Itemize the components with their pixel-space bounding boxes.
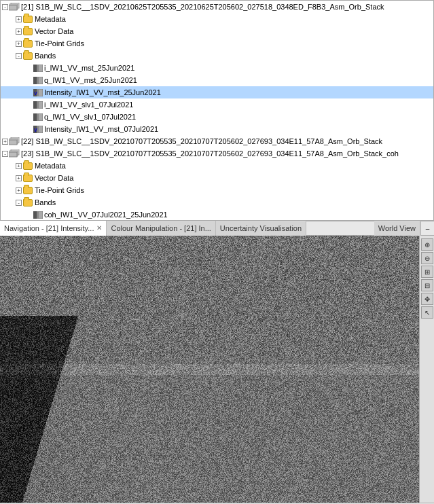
svg-rect-2 bbox=[9, 5, 17, 10]
svg-rect-8 bbox=[37, 77, 39, 84]
tree-item-item-tiepoint-3[interactable]: +Tie-Point Grids bbox=[1, 184, 433, 196]
image-canvas[interactable] bbox=[0, 236, 419, 503]
tree-label-item-bands-3: Bands bbox=[35, 198, 56, 206]
expand-toggle-item-metadata-3[interactable]: + bbox=[16, 163, 22, 169]
tab-label-tab-worldview: World View bbox=[378, 224, 416, 232]
right-toolbar: ⊕ ⊖ ⊞ ⊟ ✥ ↖ bbox=[419, 236, 434, 503]
tab-label-tab-uncertainty: Uncertainty Visualisation bbox=[220, 224, 302, 232]
tree-item-item-i-7jul[interactable]: i_IW1_VV_slv1_07Jul2021 bbox=[1, 98, 433, 111]
tabs-bar: Navigation - [21] Intensity...✕Colour Ma… bbox=[0, 221, 434, 236]
expand-toggle-item-vectordata-3[interactable]: + bbox=[16, 175, 22, 181]
zoom-level-button[interactable]: ⊟ bbox=[421, 279, 433, 291]
minimize-button[interactable]: – bbox=[420, 221, 434, 236]
tree-item-item-intensity-25jun[interactable]: V Intensity_IW1_VV_mst_25Jun2021 bbox=[1, 86, 433, 98]
svg-rect-5 bbox=[37, 65, 39, 72]
tree-item-item-vectordata-3[interactable]: +Vector Data bbox=[1, 172, 433, 184]
tab-label-tab-colour: Colour Manipulation - [21] In... bbox=[111, 224, 211, 232]
zoom-level-icon: ⊟ bbox=[424, 282, 430, 289]
tree-label-item-q-7jul: q_IW1_VV_slv1_07Jul2021 bbox=[44, 113, 136, 121]
folder-icon bbox=[23, 199, 33, 206]
tree-label-item-intensity-25jun: Intensity_IW1_VV_mst_25Jun2021 bbox=[44, 88, 161, 96]
expand-toggle-item-bands-1[interactable]: - bbox=[16, 53, 22, 59]
zoom-fit-button[interactable]: ⊞ bbox=[421, 266, 433, 278]
zoom-in-icon: ⊕ bbox=[424, 241, 430, 249]
select-icon: ↖ bbox=[424, 309, 430, 317]
tab-tab-uncertainty[interactable]: Uncertainty Visualisation bbox=[216, 221, 306, 236]
tab-tab-nav[interactable]: Navigation - [21] Intensity...✕ bbox=[0, 221, 107, 236]
tree-item-item-21[interactable]: - [21] S1B_IW_SLC__1SDV_20210625T205535_… bbox=[1, 1, 433, 13]
sar-image bbox=[0, 236, 419, 503]
tab-label-tab-nav: Navigation - [21] Intensity... bbox=[4, 224, 94, 232]
tree-item-item-23[interactable]: - [23] S1B_IW_SLC__1SDV_20210707T205535_… bbox=[1, 147, 433, 160]
svg-rect-31 bbox=[37, 211, 39, 219]
tree-label-item-intensity-7jul: Intensity_IW1_VV_mst_07Jul2021 bbox=[44, 125, 158, 133]
tree-label-item-coh: coh_IW1_VV_07Jul2021_25Jun2021 bbox=[44, 211, 168, 219]
tree-label-item-i-7jul: i_IW1_VV_slv1_07Jul2021 bbox=[44, 101, 133, 109]
zoom-fit-icon: ⊞ bbox=[424, 268, 430, 276]
expand-toggle-item-bands-3[interactable]: - bbox=[16, 200, 22, 206]
svg-rect-14 bbox=[33, 101, 37, 109]
expand-toggle-item-23[interactable]: - bbox=[2, 151, 8, 157]
tree-item-item-intensity-7jul[interactable]: V Intensity_IW1_VV_mst_07Jul2021 bbox=[1, 123, 433, 135]
tree-item-item-q-7jul[interactable]: q_IW1_VV_slv1_07Jul2021 bbox=[1, 111, 433, 123]
folder-icon bbox=[23, 52, 33, 60]
pan-icon: ✥ bbox=[424, 295, 430, 303]
tree-label-item-metadata-3: Metadata bbox=[35, 162, 66, 170]
band-icon bbox=[33, 211, 43, 219]
svg-text:V: V bbox=[34, 91, 37, 96]
tree-label-item-21: [21] S1B_IW_SLC__1SDV_20210625T205535_20… bbox=[21, 3, 384, 11]
zoom-out-button[interactable]: ⊖ bbox=[421, 252, 433, 264]
band-icon bbox=[33, 113, 43, 121]
expand-toggle-item-22[interactable]: + bbox=[2, 139, 8, 145]
stack-icon bbox=[9, 137, 20, 145]
svg-rect-18 bbox=[37, 113, 39, 121]
tree-panel[interactable]: - [21] S1B_IW_SLC__1SDV_20210625T205535_… bbox=[0, 0, 434, 221]
expand-toggle-item-tiepoint-1[interactable]: + bbox=[16, 41, 22, 47]
intensity-icon: V bbox=[33, 89, 43, 96]
stack-icon bbox=[9, 3, 20, 11]
expand-toggle-item-tiepoint-3[interactable]: + bbox=[16, 187, 22, 194]
pan-button[interactable]: ✥ bbox=[421, 293, 433, 305]
tree-label-item-i-25jun: i_IW1_VV_mst_25Jun2021 bbox=[44, 64, 134, 72]
band-icon bbox=[33, 65, 43, 72]
folder-icon bbox=[23, 40, 33, 48]
expand-toggle-item-metadata-1[interactable]: + bbox=[16, 16, 22, 22]
svg-rect-25 bbox=[9, 140, 17, 145]
svg-rect-15 bbox=[37, 101, 39, 109]
tree-item-item-vectordata-1[interactable]: +Vector Data bbox=[1, 25, 433, 37]
tree-label-item-22: [22] S1B_IW_SLC__1SDV_20210707T205535_20… bbox=[21, 137, 382, 145]
tree-item-item-coh[interactable]: coh_IW1_VV_07Jul2021_25Jun2021 bbox=[1, 209, 433, 221]
tree-item-item-tiepoint-1[interactable]: +Tie-Point Grids bbox=[1, 37, 433, 50]
tree-label-item-vectordata-3: Vector Data bbox=[35, 174, 73, 182]
zoom-in-button[interactable]: ⊕ bbox=[421, 238, 433, 251]
svg-rect-28 bbox=[9, 152, 17, 157]
tree-item-item-bands-1[interactable]: -Bands bbox=[1, 50, 433, 62]
select-button[interactable]: ↖ bbox=[421, 306, 433, 319]
tree-label-item-vectordata-1: Vector Data bbox=[35, 27, 73, 35]
tree-item-item-metadata-1[interactable]: +Metadata bbox=[1, 13, 433, 25]
stack-icon bbox=[9, 149, 20, 158]
folder-icon bbox=[23, 175, 33, 182]
expand-toggle-item-vectordata-1[interactable]: + bbox=[16, 29, 22, 35]
tree-label-item-23: [23] S1B_IW_SLC__1SDV_20210707T205535_20… bbox=[21, 149, 399, 158]
tree-label-item-tiepoint-3: Tie-Point Grids bbox=[35, 186, 84, 194]
svg-text:V: V bbox=[34, 128, 37, 132]
tree-item-item-22[interactable]: + [22] S1B_IW_SLC__1SDV_20210707T205535_… bbox=[1, 135, 433, 147]
intensity-icon: V bbox=[33, 126, 43, 133]
zoom-out-icon: ⊖ bbox=[424, 255, 430, 262]
folder-icon bbox=[23, 16, 33, 23]
tree-item-item-metadata-3[interactable]: +Metadata bbox=[1, 160, 433, 172]
tab-close-tab-nav[interactable]: ✕ bbox=[96, 225, 102, 232]
tab-tab-worldview[interactable]: World View bbox=[374, 221, 420, 236]
tree-label-item-bands-1: Bands bbox=[35, 52, 56, 60]
expand-toggle-item-21[interactable]: - bbox=[2, 4, 8, 10]
band-icon bbox=[33, 101, 43, 109]
tree-item-item-q-25jun[interactable]: q_IW1_VV_mst_25Jun2021 bbox=[1, 74, 433, 86]
folder-icon bbox=[23, 28, 33, 35]
tree-item-item-i-25jun[interactable]: i_IW1_VV_mst_25Jun2021 bbox=[1, 62, 433, 74]
tree-item-item-bands-3[interactable]: -Bands bbox=[1, 196, 433, 209]
svg-rect-17 bbox=[33, 113, 37, 121]
folder-icon bbox=[23, 162, 33, 170]
tab-tab-colour[interactable]: Colour Manipulation - [21] In... bbox=[107, 221, 215, 236]
svg-rect-30 bbox=[33, 211, 37, 219]
